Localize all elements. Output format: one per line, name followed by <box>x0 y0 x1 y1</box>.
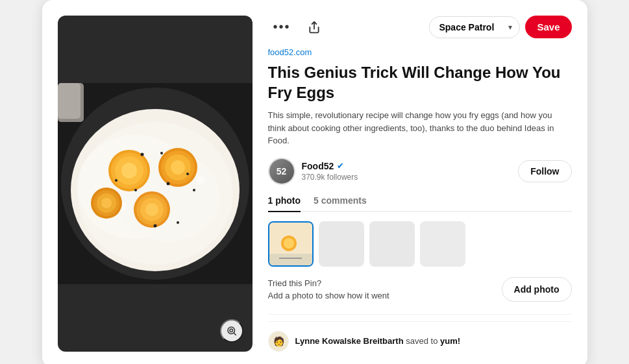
photo-thumb-main[interactable] <box>268 221 314 267</box>
pin-image <box>58 16 253 352</box>
svg-point-39 <box>230 329 233 332</box>
saved-by-text: Lynne Kowalske Breitbarth saved to yum! <box>295 336 461 346</box>
svg-line-40 <box>234 333 236 335</box>
svg-point-17 <box>171 160 185 175</box>
svg-point-34 <box>177 221 179 224</box>
svg-point-7 <box>197 176 204 184</box>
image-panel <box>58 16 253 352</box>
svg-point-33 <box>153 224 156 227</box>
author-name: Food52 <box>302 161 334 171</box>
svg-point-26 <box>140 152 143 156</box>
tabs-row: 1 photo 5 comments <box>268 195 572 212</box>
tab-photos[interactable]: 1 photo <box>268 195 301 212</box>
author-row: 52 Food52 ✔ 370.9k followers Follow <box>268 158 572 185</box>
svg-point-13 <box>121 163 137 178</box>
photo-thumb-3[interactable] <box>369 221 415 267</box>
pin-card: ••• Space Patrol ▾ Save <box>42 0 587 364</box>
follow-button[interactable]: Follow <box>518 160 571 182</box>
author-details: Food52 ✔ 370.9k followers <box>302 161 358 182</box>
tab-comments[interactable]: 5 comments <box>314 195 367 212</box>
board-selector-wrapper: Space Patrol ▾ <box>429 16 520 38</box>
svg-rect-45 <box>269 254 312 265</box>
save-button[interactable]: Save <box>525 16 571 38</box>
top-bar-actions: ••• <box>268 17 325 38</box>
tried-section: Tried this Pin? Add a photo to show how … <box>268 277 572 302</box>
photo-grid <box>268 221 572 267</box>
board-select[interactable]: Space Patrol <box>429 16 520 38</box>
lens-button[interactable] <box>220 319 243 343</box>
svg-point-31 <box>115 179 117 182</box>
svg-point-21 <box>145 203 158 216</box>
divider <box>268 314 572 315</box>
svg-text:🧑: 🧑 <box>273 336 284 347</box>
author-info: 52 Food52 ✔ 370.9k followers <box>268 158 358 185</box>
svg-point-27 <box>160 152 163 154</box>
photo-thumb-4[interactable] <box>420 221 465 267</box>
svg-point-32 <box>193 189 195 191</box>
author-followers: 370.9k followers <box>302 173 358 182</box>
svg-point-30 <box>134 189 137 191</box>
svg-rect-37 <box>58 83 80 119</box>
svg-point-29 <box>166 182 169 185</box>
pin-description: This simple, revolutionary recipe will c… <box>268 109 572 147</box>
more-options-button[interactable]: ••• <box>268 17 296 37</box>
saved-by-row: 🧑 Lynne Kowalske Breitbarth saved to yum… <box>268 321 572 352</box>
source-link[interactable]: food52.com <box>268 47 572 57</box>
author-name-row: Food52 ✔ <box>302 161 358 171</box>
svg-point-25 <box>101 198 112 208</box>
svg-rect-35 <box>58 258 90 271</box>
svg-point-38 <box>228 327 235 334</box>
save-controls: Space Patrol ▾ Save <box>429 16 571 38</box>
verified-icon: ✔ <box>337 161 344 171</box>
add-photo-button[interactable]: Add photo <box>502 277 572 302</box>
saved-by-avatar: 🧑 <box>268 331 289 352</box>
tried-text: Tried this Pin? Add a photo to show how … <box>268 277 389 302</box>
pin-title: This Genius Trick Will Change How You Fr… <box>268 62 572 103</box>
details-panel: ••• Space Patrol ▾ Save <box>268 16 572 352</box>
photo-thumb-2[interactable] <box>319 221 364 267</box>
svg-point-44 <box>284 238 294 249</box>
author-avatar[interactable]: 52 <box>268 158 295 185</box>
saved-board-name: yum! <box>440 336 460 346</box>
share-button[interactable] <box>304 17 325 38</box>
saved-by-name: Lynne Kowalske Breitbarth <box>295 336 404 346</box>
top-bar: ••• Space Patrol ▾ Save <box>268 16 572 38</box>
svg-point-28 <box>186 173 189 175</box>
